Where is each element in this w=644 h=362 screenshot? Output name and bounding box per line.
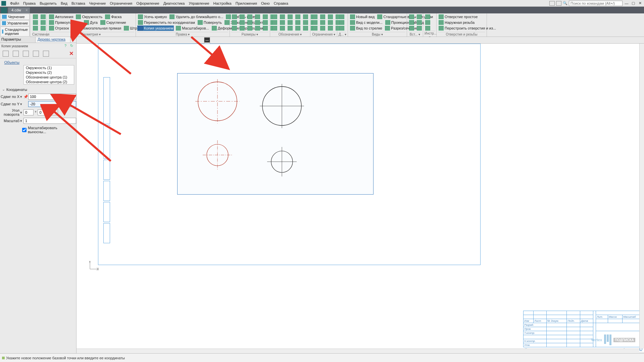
btn-open[interactable]	[40, 14, 46, 19]
ins-2[interactable]	[416, 14, 423, 19]
tab-close[interactable]: ×	[26, 8, 28, 12]
dim-15[interactable]	[247, 25, 253, 31]
command-search-input[interactable]	[569, 1, 623, 6]
gear-icon[interactable]: ⚙	[70, 37, 76, 43]
close-operation[interactable]: ✕	[69, 50, 73, 57]
window-close[interactable]: ✕	[637, 1, 643, 6]
btn-autoline[interactable]: Автолиния	[48, 14, 74, 19]
btn-trim[interactable]: Усечь кривую	[137, 14, 167, 19]
menu-insert[interactable]: Вставка	[69, 1, 87, 6]
mk-3[interactable]	[287, 14, 293, 19]
panel-title-params[interactable]: Параметры	[0, 37, 36, 43]
dim-9[interactable]	[247, 20, 253, 25]
menu-edit[interactable]: Правка	[21, 1, 38, 6]
btn-hole[interactable]: Отверстие простое	[438, 14, 478, 19]
circle-2-selected[interactable]	[205, 143, 232, 170]
c-6[interactable]	[319, 20, 326, 25]
obj-item[interactable]: Окружность (1)	[24, 65, 74, 70]
dim-16[interactable]	[254, 25, 261, 31]
btn-chamfer[interactable]: Фаска	[104, 14, 122, 19]
mk-7[interactable]	[271, 20, 278, 25]
btn-arrowview[interactable]: Вид по стрелке	[349, 25, 383, 31]
menu-constraints[interactable]: Ограничения	[108, 1, 134, 6]
tab-4cdw[interactable]: 4.cdw ×	[8, 7, 30, 13]
mode-icon-1[interactable]	[3, 51, 9, 57]
btn-fillet[interactable]: Скругление	[100, 20, 127, 25]
dim-11[interactable]	[262, 20, 268, 25]
dim-3[interactable]	[247, 14, 253, 19]
menu-view[interactable]: Вид	[59, 1, 69, 6]
menu-design[interactable]: Оформление	[134, 1, 161, 6]
menu-diagnostics[interactable]: Диагностика	[161, 1, 187, 6]
btn-save[interactable]	[32, 20, 39, 25]
btn-thread[interactable]: Наружная резьба	[438, 20, 475, 25]
btn-print[interactable]	[40, 20, 46, 25]
dim-5[interactable]	[262, 14, 268, 19]
mk-14[interactable]	[279, 25, 286, 31]
btn-new[interactable]	[32, 14, 39, 19]
dim-2[interactable]	[239, 14, 245, 19]
shift-x-input[interactable]	[28, 94, 76, 100]
ribgroup-label[interactable]: Правка ▾	[137, 32, 228, 37]
mk-1[interactable]	[271, 14, 278, 19]
mk-13[interactable]	[271, 25, 278, 31]
btn-movecoord[interactable]: Переместить по координатам	[137, 20, 196, 25]
vertical-scrollbar[interactable]	[639, 44, 644, 349]
btn-scale[interactable]: Масштабиров...	[175, 25, 209, 31]
ins-6[interactable]	[416, 25, 423, 31]
scale-callouts-checkbox[interactable]	[22, 128, 27, 132]
ins-3[interactable]	[408, 20, 415, 25]
dropdown-icon[interactable]: ▾	[20, 102, 23, 106]
c-1[interactable]	[312, 14, 318, 19]
ribgroup-label[interactable]: Отверстия и резьбы	[438, 32, 485, 37]
mode-icon-4[interactable]	[33, 51, 39, 57]
dropdown-icon[interactable]: ▾	[51, 109, 58, 115]
menu-settings[interactable]: Настройка	[211, 1, 234, 6]
menu-file[interactable]: Файл	[8, 1, 21, 6]
ins-5[interactable]	[408, 25, 415, 31]
ins-4[interactable]	[416, 20, 423, 25]
menu-select[interactable]: Выделить	[38, 1, 59, 6]
btn-arc[interactable]: Дуга	[83, 20, 98, 25]
mk-9[interactable]	[287, 20, 293, 25]
layout-icon-1[interactable]	[549, 1, 555, 6]
dim-8[interactable]	[239, 20, 245, 25]
c-11[interactable]	[327, 25, 334, 31]
shift-y-input[interactable]	[28, 101, 76, 107]
dropdown-icon[interactable]: ▾	[20, 110, 23, 115]
mk-5[interactable]	[302, 14, 309, 19]
repeat-icon[interactable]: ↻	[70, 44, 75, 48]
tl-2[interactable]	[425, 20, 431, 25]
diag-3[interactable]	[339, 25, 345, 31]
obj-item[interactable]: Окружность (2)	[24, 70, 74, 75]
menu-apps[interactable]: Приложения	[234, 1, 259, 6]
btn-newview[interactable]: Новый вид	[349, 14, 375, 19]
btn-undo[interactable]	[32, 25, 39, 31]
dim-4[interactable]	[254, 14, 261, 19]
coords-section-toggle[interactable]: ⌄ Координаты	[0, 86, 76, 93]
mode-icon-5[interactable]	[43, 51, 49, 57]
mk-16[interactable]	[295, 25, 301, 31]
btn-redo[interactable]	[40, 25, 46, 31]
btn-rect[interactable]: Прямоугольник	[48, 20, 82, 25]
ribgroup-label[interactable]: Виды ▾	[349, 32, 405, 37]
c-2[interactable]	[319, 14, 326, 19]
menu-help[interactable]: Справка	[272, 1, 290, 6]
diag-2[interactable]	[339, 20, 345, 25]
c-10[interactable]	[319, 25, 326, 31]
btn-copy-by-point[interactable]: Копия указанием	[137, 25, 174, 31]
btn-circle[interactable]: Окружность	[75, 14, 103, 19]
mk-11[interactable]	[302, 20, 309, 25]
btn-delnear[interactable]: Удалить до ближайшего о...	[169, 14, 224, 19]
mk-10[interactable]	[295, 20, 301, 25]
dim-14[interactable]	[239, 25, 245, 31]
btn-segment[interactable]: Отрезок	[48, 25, 69, 31]
menu-manage[interactable]: Управление	[187, 1, 211, 6]
mk-17[interactable]	[302, 25, 309, 31]
ribgroup-label[interactable]: Д... ▾	[339, 32, 346, 37]
dim-10[interactable]	[254, 20, 261, 25]
ws-drawing[interactable]: Черчение	[0, 14, 30, 20]
window-minimize[interactable]: —	[624, 1, 629, 6]
mk-8[interactable]	[279, 20, 286, 25]
linestyle-picker[interactable]: —	[204, 37, 210, 43]
